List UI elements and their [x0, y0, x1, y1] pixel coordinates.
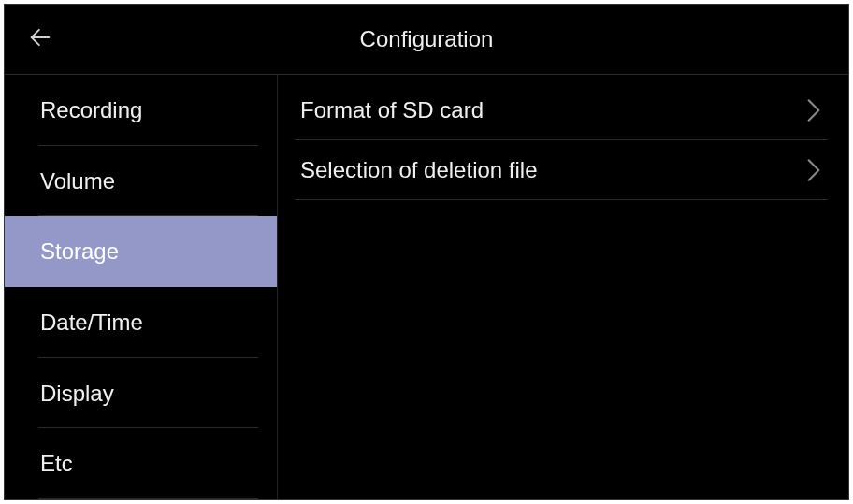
sidebar: Recording Volume Storage Date/Time Displ… — [5, 75, 278, 499]
content-body: Recording Volume Storage Date/Time Displ… — [5, 75, 848, 499]
list-item-selection-deletion-file[interactable]: Selection of deletion file — [278, 140, 848, 200]
page-title: Configuration — [360, 26, 494, 52]
sidebar-item-date-time[interactable]: Date/Time — [5, 287, 277, 358]
sidebar-item-etc[interactable]: Etc — [5, 428, 277, 499]
sidebar-item-label: Etc — [40, 451, 73, 477]
sidebar-item-label: Recording — [40, 97, 142, 123]
chevron-right-icon — [807, 159, 820, 181]
sidebar-item-label: Storage — [40, 238, 119, 265]
sidebar-item-volume[interactable]: Volume — [5, 146, 277, 217]
list-item-label: Format of SD card — [300, 97, 484, 123]
configuration-screen: Configuration Recording Volume Storage D… — [4, 4, 849, 500]
sidebar-item-label: Date/Time — [40, 310, 143, 336]
list-item-format-sd-card[interactable]: Format of SD card — [278, 80, 848, 140]
sidebar-item-display[interactable]: Display — [5, 358, 277, 429]
back-arrow-icon — [27, 24, 53, 54]
sidebar-item-label: Volume — [40, 168, 115, 194]
sidebar-item-storage[interactable]: Storage — [5, 216, 277, 287]
back-button[interactable] — [5, 5, 75, 74]
sidebar-item-recording[interactable]: Recording — [5, 75, 277, 146]
main-content: Format of SD card Selection of deletion … — [278, 75, 848, 499]
sidebar-item-label: Display — [40, 381, 114, 407]
header-bar: Configuration — [5, 5, 848, 75]
list-item-label: Selection of deletion file — [300, 157, 538, 183]
chevron-right-icon — [807, 99, 820, 122]
